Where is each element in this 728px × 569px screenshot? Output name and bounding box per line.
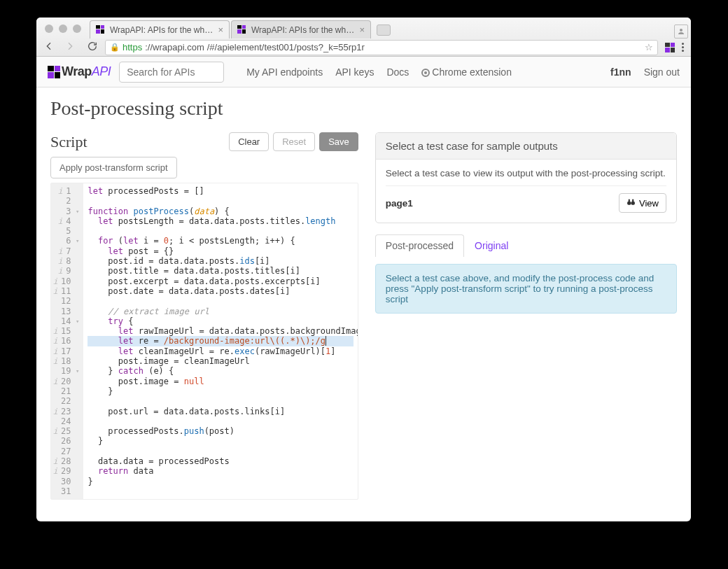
code-line[interactable] (88, 447, 353, 456)
code-line[interactable]: post.excerpt = data.data.posts.excerpts[… (88, 276, 353, 286)
user-nav: f1nn Sign out (610, 66, 680, 78)
svg-point-0 (680, 29, 682, 31)
code-line[interactable]: function postProcess(data) { (88, 206, 353, 216)
gutter-line: i25 (52, 426, 79, 436)
code-editor[interactable]: i123▾i456▾i7i8i9i10i11121314▾i15i16i17i1… (50, 183, 358, 500)
tab-title: WrapAPI: APIs for the whole w (110, 25, 214, 35)
clear-button[interactable]: Clear (229, 132, 269, 151)
browser-tab-active[interactable]: WrapAPI: APIs for the whole w × (90, 20, 230, 38)
wrapapi-extension-icon[interactable] (665, 43, 675, 52)
minimize-window-icon[interactable] (59, 24, 67, 33)
code-line[interactable]: let processedPosts = [] (88, 186, 353, 196)
nav-docs[interactable]: Docs (386, 66, 409, 78)
panel-body: Select a test case to view its output wi… (376, 160, 676, 223)
svg-rect-4 (632, 199, 634, 202)
gutter-line: 24 (52, 416, 79, 426)
forward-icon[interactable] (64, 41, 76, 55)
code-line[interactable] (88, 396, 353, 406)
nav-api-keys[interactable]: API keys (335, 66, 374, 78)
gutter-line: 14▾ (52, 316, 79, 326)
svg-point-1 (627, 201, 631, 204)
maximize-window-icon[interactable] (73, 24, 81, 33)
bookmark-star-icon[interactable]: ☆ (645, 42, 653, 52)
profile-icon[interactable] (674, 24, 688, 38)
code-line[interactable]: processedPosts.push(post) (88, 426, 353, 436)
code-line[interactable]: post.image = cleanImageUrl (88, 356, 353, 366)
code-line[interactable] (88, 486, 353, 496)
close-window-icon[interactable] (45, 24, 53, 33)
gutter-line: 21 (52, 386, 79, 396)
apply-transform-button[interactable]: Apply post-transform script (50, 157, 177, 178)
two-column-layout: Script Clear Reset Save Apply post-trans… (50, 132, 677, 500)
browser-window: WrapAPI: APIs for the whole w × WrapAPI:… (36, 17, 691, 521)
page-body: Post-processing script Script Clear Rese… (36, 87, 691, 521)
code-line[interactable] (88, 226, 353, 236)
tab-post-processed[interactable]: Post-processed (375, 234, 464, 257)
sign-out-link[interactable]: Sign out (644, 66, 680, 78)
page-title: Post-processing script (50, 97, 677, 120)
save-button[interactable]: Save (319, 132, 358, 151)
search-input[interactable] (119, 62, 224, 83)
logo-text-b: API (92, 64, 111, 78)
code-line[interactable]: } catch (e) { (88, 366, 353, 376)
gutter-line: 19▾ (52, 366, 79, 376)
code-line[interactable] (88, 196, 353, 206)
close-tab-icon[interactable]: × (359, 24, 365, 35)
gutter-line: i4 (52, 216, 79, 226)
code-line[interactable]: post.title = data.data.posts.titles[i] (88, 266, 353, 276)
info-message: Select a test case above, and modify the… (375, 264, 677, 314)
code-line[interactable] (88, 296, 353, 306)
gutter-line: i28 (52, 456, 79, 466)
logo[interactable]: WrapAPI (48, 64, 111, 79)
code-line[interactable]: try { (88, 316, 353, 326)
code-line[interactable]: let post = {} (88, 246, 353, 256)
gutter-line: i1 (52, 186, 79, 196)
code-line[interactable]: } (88, 386, 353, 396)
code-line[interactable]: } (88, 436, 353, 446)
code-line[interactable]: } (88, 477, 353, 486)
code-line[interactable]: for (let i = 0; i < postsLength; i++) { (88, 236, 353, 246)
gutter-line: 30 (52, 477, 79, 486)
close-tab-icon[interactable]: × (218, 24, 223, 35)
gutter-line: 5 (52, 226, 79, 236)
tab-original[interactable]: Original (464, 234, 519, 257)
code-line[interactable]: let re = /background-image:url\((.*)\);/… (88, 336, 353, 346)
code-line[interactable]: let rawImageUrl = data.data.posts.backgr… (88, 326, 353, 336)
code-line[interactable]: data.data = processedPosts (88, 456, 353, 466)
testcase-row: page1 View (386, 185, 666, 214)
menu-icon[interactable] (682, 43, 684, 52)
output-column: Select a test case for sample outputs Se… (375, 132, 677, 500)
code-line[interactable]: post.image = null (88, 377, 353, 386)
reset-button[interactable]: Reset (273, 132, 315, 151)
address-bar[interactable]: 🔒 https://wrapapi.com/#/apielement/test0… (105, 40, 658, 55)
binoculars-icon (626, 197, 636, 209)
code-line[interactable]: post.url = data.data.posts.links[i] (88, 407, 353, 416)
url-host: ://wrapapi.com (145, 42, 204, 52)
nav-my-endpoints[interactable]: My API endpoints (246, 66, 323, 78)
nav-chrome-extension[interactable]: Chrome extension (421, 66, 512, 78)
code-line[interactable]: return data (88, 466, 353, 476)
gutter-line: 6▾ (52, 236, 79, 246)
gutter-line: i11 (52, 286, 79, 296)
editor-code[interactable]: let processedPosts = [] function postPro… (83, 183, 357, 499)
username[interactable]: f1nn (610, 66, 631, 78)
browser-tab-inactive[interactable]: WrapAPI: APIs for the whole w × (231, 20, 371, 38)
output-tabs: Post-processed Original (375, 234, 677, 257)
code-line[interactable]: post.date = data.data.posts.dates[i] (88, 286, 353, 296)
code-line[interactable]: let cleanImageUrl = re.exec(rawImageUrl)… (88, 346, 353, 356)
gutter-line: 13 (52, 307, 79, 316)
gutter-line: i16 (52, 336, 79, 346)
back-icon[interactable] (43, 41, 55, 55)
code-line[interactable]: post.id = data.data.posts.ids[i] (88, 256, 353, 266)
view-button[interactable]: View (619, 193, 666, 213)
new-tab-button[interactable] (377, 24, 391, 36)
code-line[interactable] (88, 416, 353, 426)
code-line[interactable]: // extract image url (88, 307, 353, 316)
favicon-icon (96, 25, 106, 35)
code-line[interactable]: let postsLength = data.data.posts.titles… (88, 216, 353, 226)
reload-icon[interactable] (87, 41, 98, 55)
gutter-line: 31 (52, 486, 79, 496)
url-path: /#/apielement/test001/posts?_k=55rp1r (207, 42, 365, 52)
script-column: Script Clear Reset Save Apply post-trans… (50, 132, 358, 500)
panel-heading: Select a test case for sample outputs (376, 133, 676, 160)
